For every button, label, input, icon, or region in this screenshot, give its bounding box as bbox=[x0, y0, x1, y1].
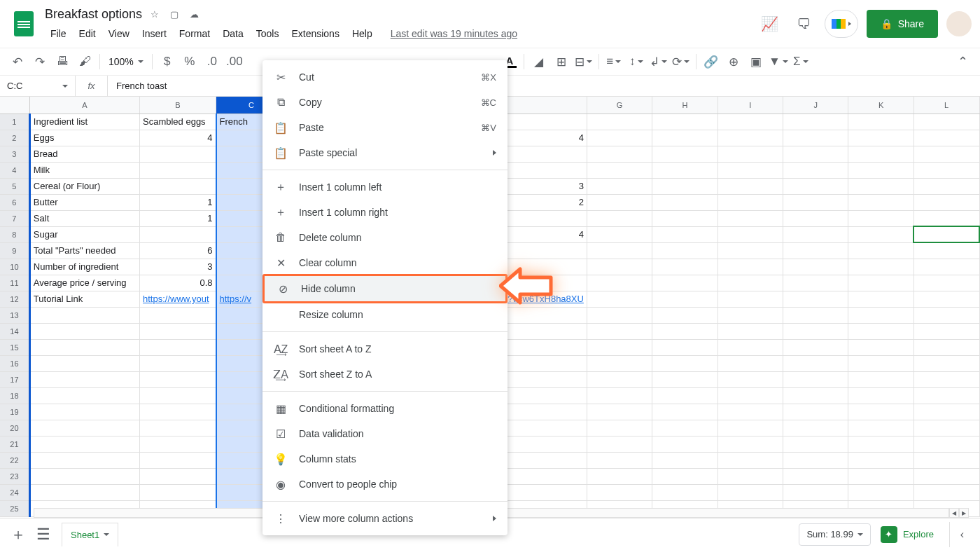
formula-input[interactable]: French toast bbox=[108, 81, 175, 91]
row-header[interactable]: 5 bbox=[0, 178, 29, 194]
cell[interactable] bbox=[29, 452, 139, 468]
cell[interactable] bbox=[140, 484, 216, 500]
row-header[interactable]: 11 bbox=[0, 275, 29, 291]
cell[interactable] bbox=[587, 275, 652, 291]
menu-view[interactable]: View bbox=[103, 25, 135, 42]
cell[interactable] bbox=[587, 210, 652, 226]
context-item-insert-1-column-right[interactable]: ＋Insert 1 column right bbox=[262, 200, 507, 225]
cell[interactable] bbox=[652, 323, 718, 339]
cell[interactable] bbox=[783, 242, 848, 259]
row-header[interactable]: 8 bbox=[0, 226, 29, 242]
menu-edit[interactable]: Edit bbox=[74, 25, 102, 42]
cell[interactable] bbox=[652, 210, 718, 226]
cell[interactable] bbox=[652, 371, 718, 387]
cell[interactable] bbox=[718, 339, 783, 355]
cell[interactable] bbox=[913, 210, 979, 226]
row-header[interactable]: 23 bbox=[0, 468, 29, 484]
cell[interactable] bbox=[718, 275, 783, 291]
cell[interactable] bbox=[783, 291, 848, 307]
cell[interactable] bbox=[913, 420, 979, 436]
halign-button[interactable]: ≡ bbox=[603, 52, 624, 71]
cell[interactable] bbox=[848, 178, 913, 194]
cell[interactable] bbox=[718, 178, 783, 194]
cell[interactable] bbox=[652, 355, 718, 371]
cell[interactable] bbox=[587, 146, 652, 162]
cell[interactable] bbox=[783, 484, 848, 500]
cell[interactable] bbox=[718, 162, 783, 178]
cell[interactable] bbox=[29, 420, 139, 436]
cell[interactable] bbox=[848, 307, 913, 323]
menu-help[interactable]: Help bbox=[346, 25, 378, 42]
context-item-delete-column[interactable]: 🗑Delete column bbox=[262, 225, 507, 250]
cell[interactable]: 1 bbox=[140, 194, 216, 210]
cell[interactable] bbox=[783, 114, 848, 130]
cell[interactable] bbox=[587, 436, 652, 452]
context-item-cut[interactable]: ✂Cut⌘X bbox=[262, 64, 507, 90]
cell[interactable] bbox=[848, 436, 913, 452]
cell[interactable] bbox=[587, 307, 652, 323]
cell[interactable] bbox=[29, 339, 139, 355]
cell[interactable] bbox=[913, 387, 979, 404]
cell[interactable] bbox=[718, 291, 783, 307]
row-header[interactable]: 14 bbox=[0, 323, 29, 339]
cell[interactable] bbox=[718, 242, 783, 259]
menu-tools[interactable]: Tools bbox=[251, 25, 285, 42]
cell[interactable] bbox=[140, 387, 216, 404]
row-header[interactable]: 3 bbox=[0, 146, 29, 162]
cell[interactable] bbox=[587, 162, 652, 178]
cell[interactable] bbox=[587, 242, 652, 259]
cell[interactable] bbox=[783, 420, 848, 436]
cell[interactable]: Total "Parts" needed bbox=[29, 242, 139, 259]
cell[interactable] bbox=[652, 291, 718, 307]
cell[interactable] bbox=[140, 371, 216, 387]
link-button[interactable]: 🔗 bbox=[701, 52, 722, 71]
cell[interactable] bbox=[140, 420, 216, 436]
cell[interactable] bbox=[848, 387, 913, 404]
cell[interactable] bbox=[783, 404, 848, 420]
cell[interactable] bbox=[718, 146, 783, 162]
cell[interactable] bbox=[587, 355, 652, 371]
row-header[interactable]: 20 bbox=[0, 420, 29, 436]
menu-data[interactable]: Data bbox=[217, 25, 249, 42]
row-header[interactable]: 6 bbox=[0, 194, 29, 210]
meet-button[interactable] bbox=[825, 10, 858, 38]
cell[interactable]: Bread bbox=[29, 146, 139, 162]
cell[interactable] bbox=[140, 404, 216, 420]
cell[interactable] bbox=[587, 291, 652, 307]
cell[interactable] bbox=[587, 114, 652, 130]
cell[interactable] bbox=[140, 323, 216, 339]
cell[interactable] bbox=[718, 468, 783, 484]
cell[interactable] bbox=[913, 275, 979, 291]
context-item-resize-column[interactable]: Resize column bbox=[262, 302, 507, 327]
cell[interactable] bbox=[140, 307, 216, 323]
cell[interactable] bbox=[783, 371, 848, 387]
undo-button[interactable]: ↶ bbox=[7, 52, 28, 71]
cell[interactable] bbox=[913, 242, 979, 259]
functions-button[interactable]: Σ bbox=[790, 52, 811, 71]
cell[interactable]: Butter bbox=[29, 194, 139, 210]
cell[interactable] bbox=[587, 371, 652, 387]
cell[interactable]: Salt bbox=[29, 210, 139, 226]
zoom-select[interactable]: 100% bbox=[104, 56, 148, 67]
cell[interactable] bbox=[848, 291, 913, 307]
cell[interactable] bbox=[652, 178, 718, 194]
menu-file[interactable]: File bbox=[45, 25, 72, 42]
context-item-sort-sheet-a-to-z[interactable]: A͢ZSort sheet A to Z bbox=[262, 336, 507, 362]
cell[interactable] bbox=[29, 371, 139, 387]
currency-button[interactable]: $ bbox=[157, 52, 178, 71]
decrease-decimal-button[interactable]: .0 bbox=[202, 52, 223, 71]
cell[interactable] bbox=[848, 114, 913, 130]
row-header[interactable]: 22 bbox=[0, 452, 29, 468]
explore-button[interactable]: ✦ Explore bbox=[871, 522, 944, 547]
cell[interactable] bbox=[652, 436, 718, 452]
scroll-left-icon[interactable]: ◀ bbox=[949, 508, 959, 518]
row-header[interactable]: 12 bbox=[0, 291, 29, 307]
cell[interactable] bbox=[913, 162, 979, 178]
cell[interactable] bbox=[652, 307, 718, 323]
borders-button[interactable]: ⊞ bbox=[551, 52, 572, 71]
cell[interactable]: https://www.yout bbox=[140, 291, 216, 307]
column-header[interactable]: G bbox=[587, 97, 652, 114]
cell[interactable] bbox=[783, 387, 848, 404]
cell[interactable] bbox=[913, 146, 979, 162]
cell[interactable] bbox=[652, 404, 718, 420]
